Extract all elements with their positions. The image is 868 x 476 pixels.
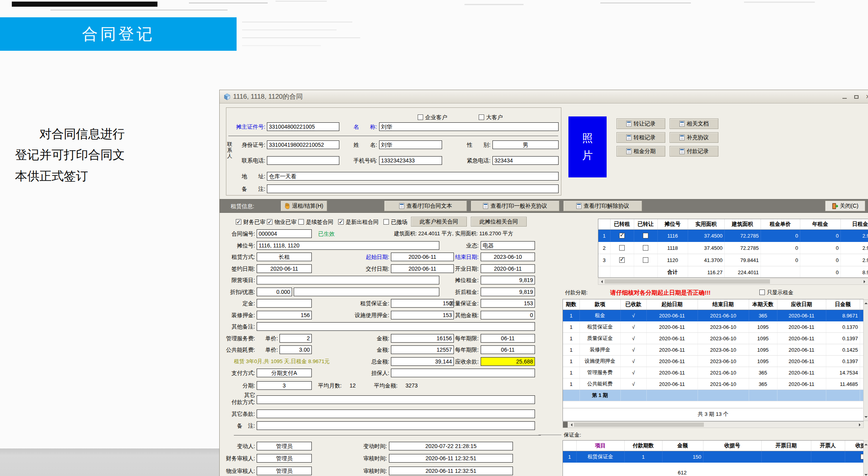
table-row[interactable]: 3112041.370079.8441002.9918 (598, 254, 868, 266)
emergency-input[interactable]: 323434 (492, 156, 559, 165)
row-checkbox-icon[interactable] (619, 233, 625, 238)
payment-records-button[interactable]: 付款记录 (670, 146, 718, 157)
property-audited-checkbox[interactable]: 物业已审 (267, 218, 296, 226)
scroll-left-icon[interactable] (569, 423, 572, 426)
finance-auditor-input[interactable]: 管理员 (257, 454, 312, 463)
scrollbar-thumb[interactable] (574, 422, 704, 427)
contract-no-input[interactable]: 000004 (257, 229, 312, 238)
other-pay-input[interactable] (257, 395, 535, 404)
renewal-contract-checkbox[interactable]: 是续签合同 (298, 218, 333, 226)
other-note-input[interactable] (257, 322, 535, 331)
table-row[interactable]: 1111637.450072.2785002.9863 (598, 230, 868, 242)
sublet-records-button[interactable]: 转租记录 (616, 132, 665, 143)
related-docs-button[interactable]: 相关文档 (670, 118, 718, 129)
deposit-input[interactable] (257, 299, 312, 308)
restrict-input[interactable] (257, 276, 439, 284)
lease-mode-input[interactable]: 长租 (257, 253, 312, 261)
print-supplement-button[interactable]: 查看/打印一般补充协议 (471, 201, 559, 211)
row-checkbox-icon[interactable] (643, 233, 648, 238)
supplement-agreement-button[interactable]: 补充协议 (670, 132, 718, 143)
close-button[interactable]: ✕ (864, 93, 868, 100)
customer-contracts-button[interactable]: 此客户相关合同 (411, 217, 467, 227)
client-remark-input[interactable] (267, 184, 559, 193)
cert-input[interactable]: 331004800221005 (267, 122, 339, 131)
row-checkbox-icon[interactable] (619, 257, 625, 263)
refund-settle-button[interactable]: 退租/结算(H) (281, 201, 327, 211)
new-lease-checkbox[interactable]: 是新出租合同 (338, 218, 379, 226)
vacated-checkbox[interactable]: 已撤场 (383, 218, 407, 226)
table-row[interactable]: 1设施使用押金√2020-06-112023-06-1010952020-06-… (563, 356, 864, 367)
print-contract-button[interactable]: 查看/打印合同文本 (384, 201, 467, 211)
table-row[interactable]: 1装修押金√2020-06-112023-06-1010952020-06-11… (563, 344, 864, 356)
property-audit-time-input[interactable]: 2020-06-11 12:32:51 (389, 467, 513, 475)
row-checkbox-icon[interactable] (643, 245, 648, 251)
scroll-right-icon[interactable] (864, 280, 867, 283)
photo-placeholder[interactable]: 照 片 (568, 116, 607, 177)
discount-extra-input[interactable] (294, 288, 439, 296)
print-termination-button[interactable]: 查看/打印解除协议 (563, 201, 642, 211)
table-row[interactable]: 合计116.27224.401108.9671 (598, 266, 868, 278)
vip-customer-checkbox[interactable]: 大客户 (479, 113, 503, 122)
property-auditor-input[interactable]: 管理员 (257, 467, 312, 475)
only-rent-checkbox[interactable]: 只显示租金 (759, 288, 794, 297)
discount-input[interactable]: 0.000 (257, 288, 292, 296)
receivable-input[interactable]: 25,688 (481, 357, 535, 366)
rent-installment-button[interactable]: 租金分期 (616, 146, 665, 157)
table-row[interactable]: 第 1 期 (563, 390, 864, 401)
scroll-up-icon[interactable] (864, 442, 868, 445)
maximize-button[interactable] (852, 93, 861, 100)
end-date-input[interactable]: 2023-06-10 (481, 253, 535, 261)
table-row[interactable]: 2111837.450072.2785002.9890 (598, 242, 868, 254)
stall-contracts-button[interactable]: 此摊位相关合同 (471, 217, 527, 227)
table-row[interactable]: 1租赁保证金√2020-06-112023-06-1010952020-06-1… (563, 321, 864, 333)
enterprise-customer-checkbox[interactable]: 企业客户 (418, 113, 447, 122)
person-name-input[interactable]: 刘华 (379, 140, 442, 149)
table-row[interactable]: 1租赁保证金1150 (563, 451, 864, 463)
scroll-right-icon[interactable] (859, 423, 862, 426)
other-terms-input[interactable] (257, 410, 535, 418)
other-amount-input[interactable]: 0 (481, 311, 535, 319)
deco-deposit-input[interactable]: 156 (257, 311, 312, 319)
scroll-left-icon[interactable] (600, 280, 603, 283)
table-row[interactable]: 1公共能耗费√2020-06-112021-06-103652020-06-11… (563, 378, 864, 390)
minimize-button[interactable] (840, 93, 849, 100)
scroll-down-icon[interactable] (864, 474, 868, 476)
id-input[interactable]: 331004198002210052 (267, 140, 339, 149)
table-row[interactable]: 1质量保证金√2020-06-112023-06-1010952020-06-1… (563, 333, 864, 344)
stall-no-input[interactable]: 1116, 1118, 1120 (257, 241, 439, 250)
gender-input[interactable]: 男 (492, 140, 559, 149)
scrollbar-thumb[interactable] (605, 279, 770, 284)
energy-unit-input[interactable]: 3.00 (279, 345, 312, 354)
stall-rent-input[interactable]: 9,819 (481, 276, 535, 284)
scroll-up-icon[interactable] (864, 301, 868, 304)
title-name-input[interactable]: 刘华 (379, 122, 559, 131)
installment-input[interactable]: 3 (257, 381, 312, 390)
bond-table-vscrollbar[interactable] (863, 441, 868, 476)
changer-input[interactable]: 管理员 (257, 442, 312, 450)
table-row[interactable]: 1管理服务费√2020-06-112021-06-103652020-06-11… (563, 367, 864, 378)
finance-audit-time-input[interactable]: 2020-06-11 12:32:51 (389, 454, 513, 463)
energy-term-input[interactable]: 06-11 (481, 345, 535, 354)
payment-table-hscrollbar[interactable] (563, 421, 864, 428)
mgmt-unit-input[interactable]: 2 (279, 334, 312, 343)
mobile-input[interactable]: 13323423433 (379, 156, 442, 165)
guarantor-input[interactable] (391, 369, 535, 377)
row-checkbox-icon[interactable] (643, 257, 648, 263)
transfer-records-button[interactable]: 转让记录 (616, 118, 665, 129)
scroll-down-icon[interactable] (864, 416, 868, 419)
mgmt-term-input[interactable]: 06-11 (481, 334, 535, 343)
quality-bond-input[interactable]: 153 (481, 299, 535, 308)
table-row[interactable]: 1租金√2020-06-112021-06-103652020-06-118.9… (563, 310, 864, 321)
pay-method-input[interactable]: 分期支付A (257, 369, 312, 377)
stall-table-hscrollbar[interactable] (598, 278, 868, 285)
address-input[interactable]: 仓库一天看 (267, 172, 559, 181)
window-titlebar[interactable]: 1116, 1118, 1120的合同 ✕ (220, 90, 868, 103)
payment-table-vscrollbar[interactable] (863, 299, 868, 421)
open-date-input[interactable]: 2020-06-11 (481, 264, 535, 273)
note-input[interactable] (257, 421, 535, 430)
row-checkbox-icon[interactable] (619, 245, 625, 251)
change-time-input[interactable]: 2020-07-22 21:28:15 (389, 442, 513, 450)
sign-date-input[interactable]: 2020-06-11 (257, 264, 312, 273)
business-input[interactable]: 电器 (481, 241, 535, 250)
close-form-button[interactable]: 关闭(C) (825, 201, 865, 211)
